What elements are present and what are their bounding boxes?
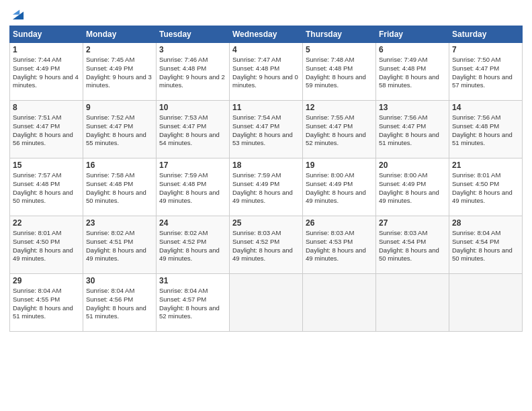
- day-info: Sunrise: 7:59 AMSunset: 4:49 PMDaylight:…: [232, 171, 300, 205]
- day-number: 2: [86, 45, 153, 54]
- day-number: 29: [13, 276, 80, 285]
- day-number: 7: [452, 45, 519, 54]
- day-number: 12: [306, 103, 373, 112]
- header-row: [9, 7, 523, 21]
- day-number: 27: [379, 218, 446, 228]
- day-cell: 12Sunrise: 7:55 AMSunset: 4:47 PMDayligh…: [303, 101, 376, 158]
- day-info: Sunrise: 7:59 AMSunset: 4:48 PMDaylight:…: [159, 171, 226, 205]
- day-cell: [376, 274, 449, 332]
- day-number: 9: [86, 103, 153, 112]
- day-number: 4: [232, 45, 300, 54]
- week-row-4: 22Sunrise: 8:01 AMSunset: 4:50 PMDayligh…: [10, 216, 523, 274]
- col-header-friday: Friday: [376, 26, 449, 43]
- day-cell: 19Sunrise: 8:00 AMSunset: 4:49 PMDayligh…: [303, 158, 376, 216]
- day-info: Sunrise: 7:56 AMSunset: 4:47 PMDaylight:…: [379, 113, 446, 148]
- day-number: 6: [379, 45, 446, 54]
- day-number: 20: [379, 161, 446, 170]
- day-info: Sunrise: 7:56 AMSunset: 4:48 PMDaylight:…: [452, 113, 519, 148]
- day-number: 16: [86, 161, 153, 170]
- day-number: 31: [159, 276, 226, 285]
- day-number: 13: [379, 103, 446, 112]
- logo-icon: [11, 7, 26, 21]
- day-number: 18: [232, 161, 300, 170]
- day-cell: 27Sunrise: 8:03 AMSunset: 4:54 PMDayligh…: [376, 216, 449, 274]
- day-cell: 3Sunrise: 7:46 AMSunset: 4:48 PMDaylight…: [157, 43, 230, 101]
- day-number: 30: [86, 276, 153, 285]
- day-number: 11: [232, 103, 300, 112]
- day-info: Sunrise: 8:03 AMSunset: 4:52 PMDaylight:…: [232, 229, 300, 263]
- day-info: Sunrise: 8:00 AMSunset: 4:49 PMDaylight:…: [379, 171, 446, 205]
- day-info: Sunrise: 8:00 AMSunset: 4:49 PMDaylight:…: [306, 171, 373, 205]
- day-cell: 18Sunrise: 7:59 AMSunset: 4:49 PMDayligh…: [230, 158, 303, 216]
- day-number: 5: [306, 45, 373, 54]
- day-cell: 15Sunrise: 7:57 AMSunset: 4:48 PMDayligh…: [10, 158, 83, 216]
- day-number: 15: [13, 161, 80, 170]
- day-cell: 5Sunrise: 7:48 AMSunset: 4:48 PMDaylight…: [303, 43, 376, 101]
- day-cell: 21Sunrise: 8:01 AMSunset: 4:50 PMDayligh…: [449, 158, 523, 216]
- day-cell: 9Sunrise: 7:52 AMSunset: 4:47 PMDaylight…: [83, 101, 157, 158]
- day-cell: 4Sunrise: 7:47 AMSunset: 4:48 PMDaylight…: [230, 43, 303, 101]
- day-cell: [449, 274, 523, 332]
- day-info: Sunrise: 8:04 AMSunset: 4:57 PMDaylight:…: [159, 287, 226, 321]
- day-cell: 7Sunrise: 7:50 AMSunset: 4:47 PMDaylight…: [449, 43, 523, 101]
- day-cell: 23Sunrise: 8:02 AMSunset: 4:51 PMDayligh…: [83, 216, 157, 274]
- col-header-sunday: Sunday: [10, 26, 83, 43]
- day-cell: 1Sunrise: 7:44 AMSunset: 4:49 PMDaylight…: [10, 43, 83, 101]
- logo: [9, 7, 26, 21]
- day-cell: 20Sunrise: 8:00 AMSunset: 4:49 PMDayligh…: [376, 158, 449, 216]
- day-info: Sunrise: 8:02 AMSunset: 4:52 PMDaylight:…: [159, 229, 226, 263]
- day-cell: [230, 274, 303, 332]
- day-info: Sunrise: 7:46 AMSunset: 4:48 PMDaylight:…: [159, 56, 226, 90]
- day-cell: [303, 274, 376, 332]
- day-cell: 30Sunrise: 8:04 AMSunset: 4:56 PMDayligh…: [83, 274, 157, 332]
- day-info: Sunrise: 8:03 AMSunset: 4:54 PMDaylight:…: [379, 229, 446, 263]
- day-info: Sunrise: 7:45 AMSunset: 4:49 PMDaylight:…: [86, 56, 153, 90]
- day-cell: 2Sunrise: 7:45 AMSunset: 4:49 PMDaylight…: [83, 43, 157, 101]
- week-row-1: 1Sunrise: 7:44 AMSunset: 4:49 PMDaylight…: [10, 43, 523, 101]
- week-row-2: 8Sunrise: 7:51 AMSunset: 4:47 PMDaylight…: [10, 101, 523, 158]
- day-cell: 26Sunrise: 8:03 AMSunset: 4:53 PMDayligh…: [303, 216, 376, 274]
- day-info: Sunrise: 7:57 AMSunset: 4:48 PMDaylight:…: [13, 171, 80, 205]
- day-cell: 11Sunrise: 7:54 AMSunset: 4:47 PMDayligh…: [230, 101, 303, 158]
- day-info: Sunrise: 7:58 AMSunset: 4:48 PMDaylight:…: [86, 171, 153, 205]
- day-info: Sunrise: 7:48 AMSunset: 4:48 PMDaylight:…: [306, 56, 373, 90]
- day-info: Sunrise: 7:53 AMSunset: 4:47 PMDaylight:…: [159, 113, 226, 148]
- day-info: Sunrise: 8:04 AMSunset: 4:56 PMDaylight:…: [86, 287, 153, 321]
- day-info: Sunrise: 8:02 AMSunset: 4:51 PMDaylight:…: [86, 229, 153, 263]
- day-number: 19: [306, 161, 373, 170]
- day-info: Sunrise: 7:49 AMSunset: 4:48 PMDaylight:…: [379, 56, 446, 90]
- day-number: 17: [159, 161, 226, 170]
- day-cell: 25Sunrise: 8:03 AMSunset: 4:52 PMDayligh…: [230, 216, 303, 274]
- day-info: Sunrise: 7:50 AMSunset: 4:47 PMDaylight:…: [452, 56, 519, 90]
- col-header-saturday: Saturday: [449, 26, 523, 43]
- day-number: 21: [452, 161, 519, 170]
- day-number: 8: [13, 103, 80, 112]
- day-info: Sunrise: 7:52 AMSunset: 4:47 PMDaylight:…: [86, 113, 153, 148]
- day-info: Sunrise: 8:04 AMSunset: 4:55 PMDaylight:…: [13, 287, 80, 321]
- day-cell: 17Sunrise: 7:59 AMSunset: 4:48 PMDayligh…: [157, 158, 230, 216]
- day-info: Sunrise: 7:44 AMSunset: 4:49 PMDaylight:…: [13, 56, 80, 90]
- day-cell: 28Sunrise: 8:04 AMSunset: 4:54 PMDayligh…: [449, 216, 523, 274]
- day-cell: 10Sunrise: 7:53 AMSunset: 4:47 PMDayligh…: [157, 101, 230, 158]
- day-cell: 22Sunrise: 8:01 AMSunset: 4:50 PMDayligh…: [10, 216, 83, 274]
- day-info: Sunrise: 7:55 AMSunset: 4:47 PMDaylight:…: [306, 113, 373, 148]
- col-header-monday: Monday: [83, 26, 157, 43]
- day-number: 26: [306, 218, 373, 228]
- col-header-tuesday: Tuesday: [157, 26, 230, 43]
- day-number: 24: [159, 218, 226, 228]
- day-number: 14: [452, 103, 519, 112]
- day-number: 28: [452, 218, 519, 228]
- day-info: Sunrise: 7:54 AMSunset: 4:47 PMDaylight:…: [232, 113, 300, 148]
- col-header-thursday: Thursday: [303, 26, 376, 43]
- day-cell: 29Sunrise: 8:04 AMSunset: 4:55 PMDayligh…: [10, 274, 83, 332]
- day-number: 10: [159, 103, 226, 112]
- day-cell: 31Sunrise: 8:04 AMSunset: 4:57 PMDayligh…: [157, 274, 230, 332]
- day-number: 23: [86, 218, 153, 228]
- day-cell: 6Sunrise: 7:49 AMSunset: 4:48 PMDaylight…: [376, 43, 449, 101]
- day-number: 1: [13, 45, 80, 54]
- svg-marker-1: [13, 9, 19, 14]
- col-header-wednesday: Wednesday: [230, 26, 303, 43]
- day-cell: 13Sunrise: 7:56 AMSunset: 4:47 PMDayligh…: [376, 101, 449, 158]
- day-cell: 16Sunrise: 7:58 AMSunset: 4:48 PMDayligh…: [83, 158, 157, 216]
- day-number: 22: [13, 218, 80, 228]
